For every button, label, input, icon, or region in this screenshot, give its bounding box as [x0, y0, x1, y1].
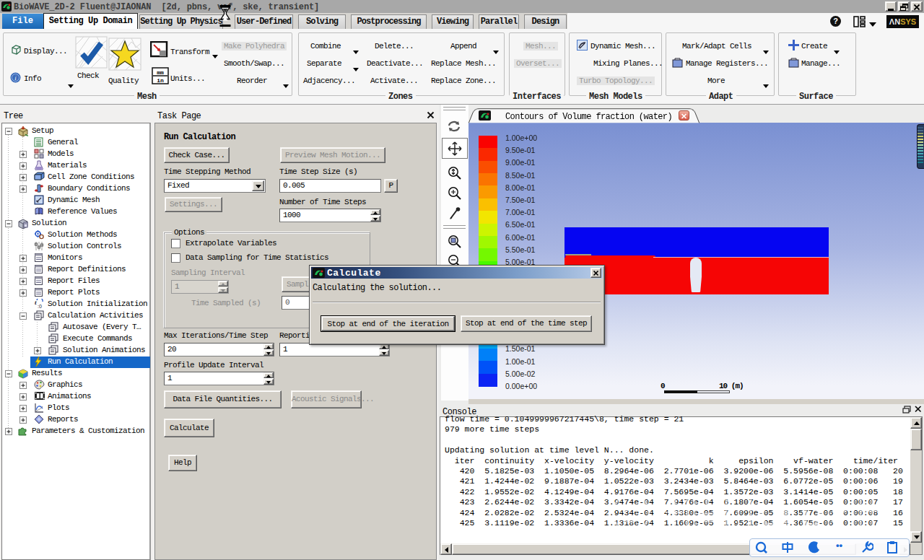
- svg-text:in: in: [157, 77, 164, 84]
- svg-text:mm: mm: [157, 69, 164, 76]
- svg-text:CFD: CFD: [758, 498, 823, 533]
- svg-text::0: :0: [38, 304, 42, 309]
